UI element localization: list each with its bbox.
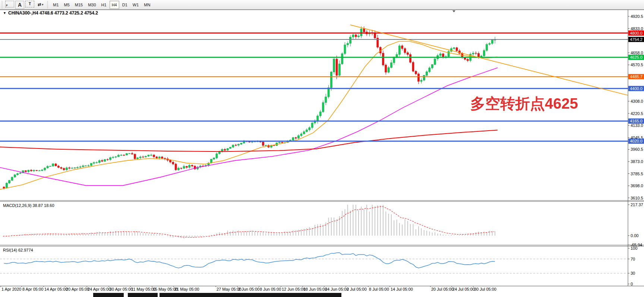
candle-body [350,37,351,43]
candle-body [175,164,177,170]
timeframe-button-mn[interactable]: MN [142,1,152,9]
candle-body [478,53,480,57]
candle-body [426,72,428,76]
time-label[interactable]: 12 Jun 05:00 [282,287,306,291]
candle-body [156,157,158,158]
macd-label: MACD(12,26,9) 38.87 18.60 [3,203,54,208]
arrows-tool-button[interactable]: ⇄▾ [35,1,45,9]
price-badge-label: 4754.2 [630,37,643,42]
price-tick-label: 4308.0 [631,99,643,103]
candle-body [227,148,228,150]
ma-fast-orange-line[interactable] [0,41,498,189]
candle-body [407,52,408,54]
timeframe-button-d1[interactable]: D1 [120,1,130,9]
candle-body [28,170,29,172]
time-label[interactable]: 20 Apr 05:00 [66,287,89,291]
candle-body [489,44,490,44]
time-label[interactable]: 14 Jul 05:00 [391,287,413,291]
time-label[interactable]: 14 Apr 05:00 [44,287,67,291]
price-badge-label: 4625.0 [630,55,643,60]
candle-body [145,156,147,157]
candle-body [328,88,329,97]
timeframe-button-m15[interactable]: M15 [73,1,85,9]
text-tool-button[interactable]: A [15,1,24,9]
candle-body [295,138,297,138]
time-label[interactable]: 24 Apr 05:00 [88,287,111,291]
candle-body [415,71,417,74]
candle-body [483,51,485,56]
candle-body [341,54,343,64]
candle-body [355,35,357,36]
bottom-strip-segment [160,293,341,297]
time-label[interactable]: 27 May 05:00 [217,287,242,291]
time-label[interactable]: 30 Apr 05:00 [110,287,133,291]
time-label[interactable]: 1 Apr 2020 [1,287,21,291]
timeframe-button-h4[interactable]: H4 [110,1,119,9]
fibonacci-tool-button[interactable]: F [5,1,14,7]
time-label[interactable]: 15 May 05:00 [153,287,178,291]
price-badge-label: 4485.7 [630,74,643,79]
trendline[interactable] [350,25,628,95]
timeframe-drag-handle[interactable] [47,1,49,9]
time-label[interactable]: 20 Jul 05:00 [431,287,454,291]
candle-body [385,65,387,72]
candle-body [191,165,193,166]
time-label[interactable]: 2 Jul 05:00 [347,287,367,291]
candle-body [55,164,57,166]
timeframe-button-m30[interactable]: M30 [86,1,98,9]
candle-body [281,142,283,143]
annotation-text: 多空转折点4625 [470,95,578,112]
chart-top-border [0,10,644,10]
candle-body [115,157,117,157]
dropdown-caret-icon[interactable]: ▾ [42,3,43,6]
candle-body [434,59,436,64]
textbox-tool-button[interactable]: T [25,1,34,7]
candle-body [404,48,406,52]
time-label[interactable]: 21 May 05:00 [174,287,199,291]
candle-body [390,63,392,67]
time-label[interactable]: 18 Jun 05:00 [303,287,327,291]
macd-rsi-separator[interactable] [0,245,644,245]
price-tick-label: 4133.0 [631,123,643,128]
price-tick-label: 3960.5 [631,147,643,151]
candle-body [319,112,321,116]
macd-rsi-separator[interactable] [0,246,644,246]
candle-body [112,157,114,157]
candle-body [63,168,65,170]
timeframe-button-m5[interactable]: M5 [62,1,72,9]
price-badge-label: 4400.0 [630,86,643,91]
price-badge-label: 4165.0 [630,119,643,123]
time-label[interactable]: 8 Apr 05:00 [22,287,43,291]
chart-canvas[interactable]: CHINA300-,H4 4748.6 4773.2 4725.2 4754.2… [0,10,644,297]
main-macd-separator[interactable] [0,201,644,202]
timeframe-button-w1[interactable]: W1 [130,1,141,9]
chart-shift-marker-icon[interactable] [452,10,455,12]
time-label[interactable]: 24 Jun 05:00 [325,287,349,291]
candle-body [57,166,59,167]
candle-body [251,142,253,142]
candle-body [431,64,433,68]
time-label[interactable]: 11 May 05:00 [131,287,156,291]
chart-title: CHINA300-,H4 4748.6 4773.2 4725.2 4754.2 [8,10,98,16]
candle-body [262,142,264,146]
price-tick-label: 3698.0 [631,183,643,188]
candle-body [224,149,226,150]
timeframe-button-h1[interactable]: H1 [99,1,109,9]
candle-body [82,166,84,167]
main-macd-separator[interactable] [0,200,644,201]
candle-body [129,153,130,154]
candle-body [442,54,444,57]
candle-body [11,177,13,181]
timeframe-button-m1[interactable]: M1 [51,1,61,9]
time-label[interactable]: 2 Jun 05:00 [238,287,260,291]
symbol-caret-icon[interactable]: ▼ [3,11,6,15]
time-label[interactable]: 8 Jun 05:00 [260,287,281,291]
time-label[interactable]: 30 Jul 05:00 [474,287,496,291]
candle-body [472,53,474,54]
toolbar-drag-handle[interactable] [1,1,4,9]
candle-body [85,166,87,166]
candle-body [360,29,362,36]
time-label[interactable]: 8 Jul 05:00 [369,287,389,291]
time-label[interactable]: 24 Jul 05:00 [452,287,475,291]
candle-body [44,168,46,170]
